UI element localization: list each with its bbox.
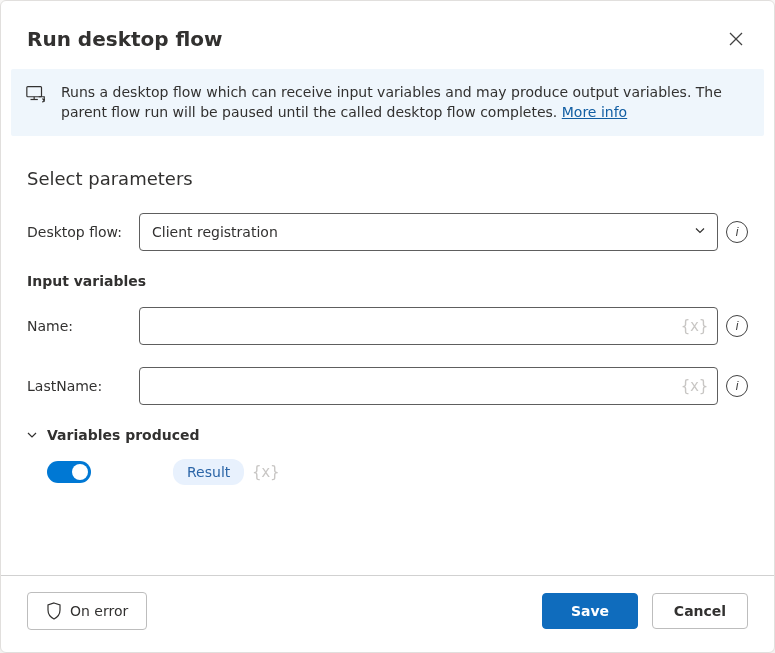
info-banner-text: Runs a desktop flow which can receive in… xyxy=(61,82,748,123)
lastname-info-button[interactable]: i xyxy=(726,375,748,397)
run-desktop-flow-dialog: Run desktop flow Runs a desktop flow whi… xyxy=(0,0,775,653)
dialog-footer: On error Save Cancel xyxy=(1,575,774,652)
variables-produced-row: Result {x} xyxy=(47,459,748,485)
dialog-title: Run desktop flow xyxy=(27,27,223,51)
chevron-down-icon xyxy=(25,428,39,442)
desktop-flow-select[interactable]: Client registration xyxy=(139,213,718,251)
name-input[interactable] xyxy=(139,307,718,345)
name-row: Name: {x} i xyxy=(27,307,748,345)
shield-icon xyxy=(46,602,62,620)
result-chip-wrap: Result {x} xyxy=(173,459,279,485)
dialog-body: Select parameters Desktop flow: Client r… xyxy=(1,136,774,575)
info-icon: i xyxy=(736,225,739,239)
info-banner: Runs a desktop flow which can receive in… xyxy=(11,69,764,136)
name-label: Name: xyxy=(27,318,131,334)
variables-produced-toggle-header[interactable]: Variables produced xyxy=(25,427,200,443)
info-icon: i xyxy=(736,319,739,333)
info-icon: i xyxy=(736,379,739,393)
cancel-button[interactable]: Cancel xyxy=(652,593,748,629)
variable-token-icon: {x} xyxy=(252,463,279,481)
lastname-label: LastName: xyxy=(27,378,131,394)
variables-produced-heading: Variables produced xyxy=(47,427,200,443)
dialog-header: Run desktop flow xyxy=(1,1,774,69)
close-icon xyxy=(728,31,744,47)
on-error-button[interactable]: On error xyxy=(27,592,147,630)
name-info-button[interactable]: i xyxy=(726,315,748,337)
chevron-down-icon xyxy=(693,223,707,240)
svg-rect-2 xyxy=(27,87,42,97)
desktop-flow-row: Desktop flow: Client registration i xyxy=(27,213,748,251)
result-chip: Result xyxy=(173,459,244,485)
desktop-flow-selected-value: Client registration xyxy=(152,224,278,240)
on-error-label: On error xyxy=(70,603,128,619)
desktop-flow-icon xyxy=(25,82,47,123)
lastname-row: LastName: {x} i xyxy=(27,367,748,405)
more-info-link[interactable]: More info xyxy=(562,104,627,120)
select-parameters-heading: Select parameters xyxy=(27,168,748,189)
lastname-input[interactable] xyxy=(139,367,718,405)
result-toggle[interactable] xyxy=(47,461,91,483)
save-button[interactable]: Save xyxy=(542,593,638,629)
desktop-flow-label: Desktop flow: xyxy=(27,224,131,240)
input-variables-heading: Input variables xyxy=(27,273,748,289)
close-button[interactable] xyxy=(724,27,748,51)
desktop-flow-info-button[interactable]: i xyxy=(726,221,748,243)
